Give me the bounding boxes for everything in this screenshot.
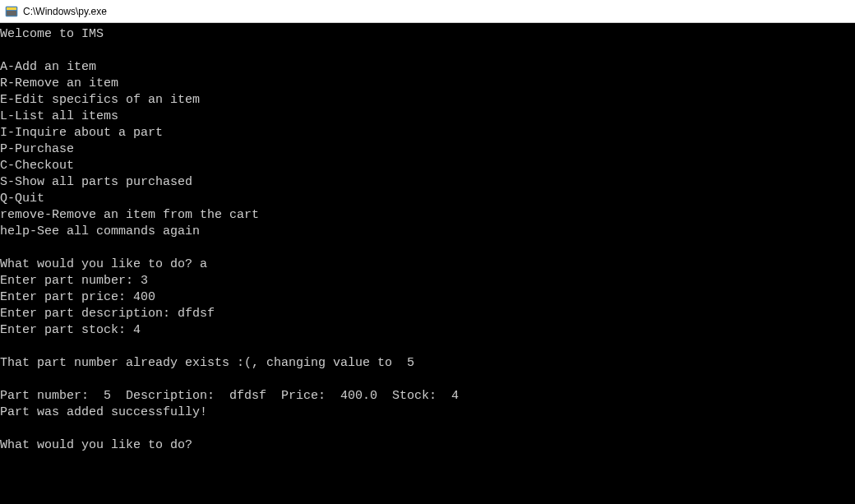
terminal-line: Enter part number: 3 [0, 273, 855, 289]
terminal-line: Part number: 5 Description: dfdsf Price:… [0, 388, 855, 405]
terminal-line: Enter part stock: 4 [0, 322, 855, 339]
terminal-line: R-Remove an item [0, 76, 855, 92]
terminal-line [0, 421, 855, 437]
terminal-line: Enter part description: dfdsf [0, 306, 855, 322]
terminal-output[interactable]: Welcome to IMS A-Add an itemR-Remove an … [0, 23, 855, 454]
terminal-line: Welcome to IMS [0, 26, 855, 43]
terminal-line [0, 43, 855, 59]
terminal-line: help-See all commands again [0, 224, 855, 240]
terminal-line [0, 339, 855, 355]
terminal-line: Enter part price: 400 [0, 289, 855, 306]
terminal-line: What would you like to do? [0, 437, 855, 454]
title-text: C:\Windows\py.exe [23, 6, 107, 17]
terminal-line: I-Inquire about a part [0, 125, 855, 141]
app-icon [5, 5, 18, 18]
terminal-line: L-List all items [0, 109, 855, 125]
terminal-line: C-Checkout [0, 158, 855, 174]
terminal-line: remove-Remove an item from the cart [0, 207, 855, 224]
terminal-line: P-Purchase [0, 141, 855, 158]
svg-rect-1 [7, 7, 16, 10]
svg-rect-2 [7, 11, 16, 16]
terminal-line: S-Show all parts purchased [0, 174, 855, 191]
terminal-line [0, 240, 855, 257]
terminal-line: What would you like to do? a [0, 257, 855, 273]
terminal-line: E-Edit specifics of an item [0, 92, 855, 109]
terminal-line: A-Add an item [0, 59, 855, 76]
terminal-line: That part number already exists :(, chan… [0, 355, 855, 372]
title-bar[interactable]: C:\Windows\py.exe [0, 0, 855, 23]
terminal-line: Part was added successfully! [0, 405, 855, 421]
terminal-line [0, 372, 855, 388]
terminal-line: Q-Quit [0, 191, 855, 207]
